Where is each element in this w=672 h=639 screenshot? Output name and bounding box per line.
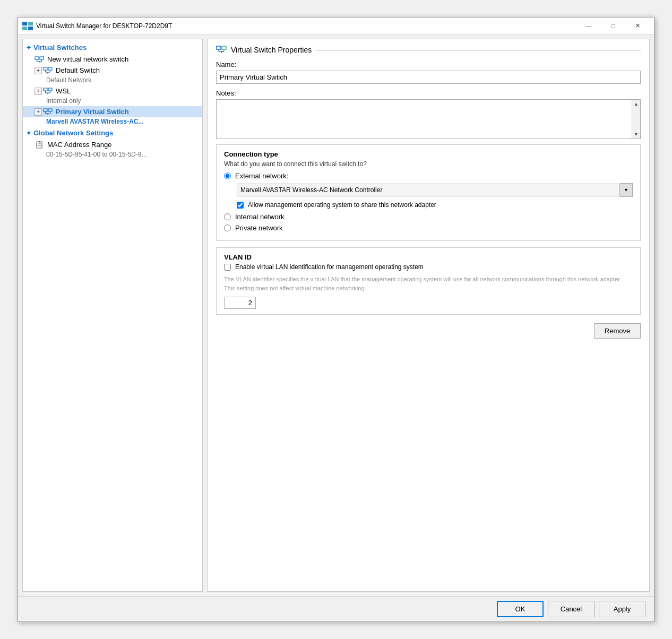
- svg-text:+: +: [42, 56, 44, 58]
- default-switch-expand[interactable]: +: [35, 67, 42, 74]
- global-network-chevron: ✦: [26, 129, 31, 137]
- svg-rect-2: [22, 27, 27, 30]
- primary-switch-sub: Marvell AVASTAR Wireless-AC...: [23, 117, 202, 127]
- default-switch-sub: Default Network: [23, 76, 202, 85]
- ok-button[interactable]: OK: [497, 601, 544, 617]
- svg-rect-23: [44, 109, 47, 111]
- maximize-button[interactable]: □: [601, 18, 625, 34]
- window-title: Virtual Switch Manager for DESKTOP-72D2D…: [36, 22, 576, 30]
- new-virtual-switch-label: New virtual network switch: [47, 55, 128, 63]
- section-title: Virtual Switch Properties: [231, 46, 312, 54]
- svg-rect-12: [48, 67, 52, 70]
- notes-textarea-wrapper: ▲ ▼: [216, 99, 641, 139]
- vlan-checkbox[interactable]: [224, 264, 231, 271]
- svg-rect-0: [22, 22, 27, 25]
- left-panel: ✦ Virtual Switches + New virtual: [22, 39, 203, 592]
- app-icon: [22, 22, 33, 30]
- default-switch-label: Default Switch: [56, 66, 100, 74]
- minimize-button[interactable]: —: [576, 18, 601, 34]
- virtual-switches-chevron: ✦: [26, 44, 31, 51]
- remove-button[interactable]: Remove: [594, 323, 641, 339]
- mac-address-sub: 00-15-5D-95-41-00 to 00-15-5D-9...: [23, 150, 202, 160]
- notes-scrollbar: ▲ ▼: [632, 100, 640, 139]
- private-network-radio[interactable]: [224, 224, 231, 231]
- allow-management-checkbox-item: Allow management operating system to sha…: [237, 201, 633, 209]
- dropdown-arrow-icon[interactable]: ▼: [620, 183, 633, 197]
- svg-rect-11: [44, 67, 47, 70]
- virtual-switches-header[interactable]: ✦ Virtual Switches: [23, 41, 202, 54]
- mac-address-item[interactable]: MAC Address Range: [23, 139, 202, 150]
- name-input[interactable]: [216, 71, 641, 84]
- connection-type-title: Connection type: [224, 150, 633, 158]
- svg-point-32: [39, 141, 40, 142]
- wsl-icon: [43, 88, 53, 95]
- new-virtual-switch-item[interactable]: + New virtual network switch: [23, 54, 202, 65]
- primary-switch-icon: [43, 108, 53, 116]
- private-network-label[interactable]: Private network: [235, 224, 283, 232]
- name-label: Name:: [216, 61, 641, 68]
- svg-rect-17: [44, 88, 47, 91]
- scroll-down-arrow[interactable]: ▼: [633, 130, 640, 139]
- vlan-title: VLAN ID: [224, 253, 633, 261]
- footer-bar: OK Cancel Apply: [18, 596, 654, 621]
- right-panel: Virtual Switch Properties Name: Notes: ▲: [207, 39, 650, 592]
- global-network-header[interactable]: ✦ Global Network Settings: [23, 127, 202, 139]
- svg-rect-29: [37, 142, 42, 148]
- external-network-label[interactable]: External network:: [235, 172, 288, 180]
- connection-type-desc: What do you want to connect this virtual…: [224, 160, 633, 168]
- wsl-label: WSL: [56, 87, 71, 95]
- scroll-up-arrow[interactable]: ▲: [633, 100, 640, 108]
- apply-button[interactable]: Apply: [599, 601, 645, 617]
- mac-address-icon: [35, 141, 44, 149]
- internal-network-label[interactable]: Internal network: [235, 213, 285, 221]
- svg-rect-24: [48, 109, 52, 111]
- notes-group: Notes: ▲ ▼: [216, 89, 641, 139]
- wsl-expand[interactable]: +: [35, 88, 42, 95]
- primary-switch-label: Primary Virtual Swtich: [56, 108, 129, 116]
- close-button[interactable]: ✕: [625, 18, 650, 34]
- internal-network-radio[interactable]: [224, 213, 231, 220]
- wsl-sub: Internal only: [23, 97, 202, 106]
- primary-switch-item[interactable]: + Primary Virtual Swtich: [23, 106, 202, 117]
- allow-management-label[interactable]: Allow management operating system to sha…: [248, 201, 436, 209]
- cancel-button[interactable]: Cancel: [548, 601, 595, 617]
- svg-rect-3: [28, 27, 33, 30]
- external-network-dropdown[interactable]: Marvell AVASTAR Wireless-AC Network Cont…: [237, 184, 620, 196]
- vlan-desc: The VLAN identifier specifies the virtua…: [224, 275, 633, 292]
- svg-rect-34: [222, 46, 226, 49]
- external-dropdown-wrapper: Marvell AVASTAR Wireless-AC Network Cont…: [237, 183, 633, 197]
- vlan-value-input[interactable]: [224, 297, 256, 309]
- section-header: Virtual Switch Properties: [216, 46, 641, 54]
- private-network-radio-item: Private network: [224, 224, 633, 232]
- mac-address-label: MAC Address Range: [47, 141, 111, 149]
- section-icon: [216, 46, 227, 54]
- internal-network-radio-item: Internal network: [224, 213, 633, 221]
- svg-rect-4: [35, 57, 39, 59]
- vlan-checkbox-item: Enable virtual LAN identification for ma…: [224, 263, 633, 271]
- svg-rect-1: [28, 22, 33, 25]
- vlan-checkbox-label[interactable]: Enable virtual LAN identification for ma…: [235, 263, 424, 271]
- title-bar: Virtual Switch Manager for DESKTOP-72D2D…: [18, 18, 654, 34]
- allow-management-checkbox[interactable]: [237, 202, 244, 209]
- wsl-item[interactable]: + WSL: [23, 85, 202, 97]
- window-body: ✦ Virtual Switches + New virtual: [18, 34, 654, 596]
- section-line: [316, 50, 641, 50]
- notes-label: Notes:: [216, 89, 641, 97]
- window-controls: — □ ✕: [576, 18, 650, 34]
- external-network-radio[interactable]: [224, 172, 231, 179]
- external-network-radio-item: External network:: [224, 172, 633, 180]
- connection-type-section: Connection type What do you want to conn…: [216, 144, 641, 241]
- vlan-section: VLAN ID Enable virtual LAN identificatio…: [216, 247, 641, 315]
- notes-textarea[interactable]: [217, 100, 640, 137]
- main-window: Virtual Switch Manager for DESKTOP-72D2D…: [18, 17, 654, 622]
- global-network-label: Global Network Settings: [33, 129, 113, 137]
- default-switch-icon: [43, 67, 53, 74]
- primary-switch-expand[interactable]: +: [35, 108, 42, 116]
- default-switch-item[interactable]: + Default Switch: [23, 65, 202, 76]
- new-switch-icon: +: [35, 56, 44, 63]
- svg-rect-33: [217, 46, 221, 49]
- remove-button-container: Remove: [216, 323, 641, 339]
- name-group: Name:: [216, 61, 641, 84]
- virtual-switches-label: Virtual Switches: [33, 44, 87, 51]
- svg-rect-18: [48, 88, 52, 91]
